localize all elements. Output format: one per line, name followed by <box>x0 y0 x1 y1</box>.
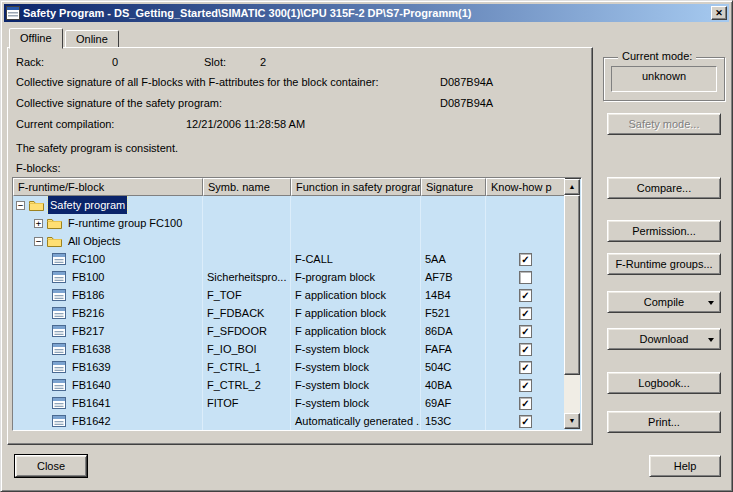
table-row[interactable]: FB100 Sicherheitspro... F-program block … <box>13 268 565 286</box>
row-label[interactable]: F-runtime group FC100 <box>66 214 184 232</box>
table-row[interactable]: FB1642 Automatically generated ... 153C … <box>13 412 565 430</box>
symb-name-cell: F_SFDOOR <box>203 322 291 340</box>
scroll-down-icon[interactable]: ▼ <box>564 413 580 429</box>
row-label[interactable]: FB1641 <box>70 394 113 412</box>
row-label[interactable]: FB186 <box>70 286 106 304</box>
know-how-protection-checkbox[interactable]: ✓ <box>519 289 532 302</box>
current-mode-label: Current mode: <box>618 50 696 62</box>
app-icon <box>6 6 20 20</box>
row-label[interactable]: FB100 <box>70 268 106 286</box>
expand-icon[interactable]: + <box>34 219 43 228</box>
compile-button[interactable]: Compile <box>607 291 721 313</box>
folder-icon <box>29 199 44 211</box>
signature-cell: 14B4 <box>421 286 486 304</box>
table-row[interactable]: FB186 F_TOF F application block 14B4 ✓ <box>13 286 565 304</box>
khp-cell <box>486 214 565 232</box>
current-mode-groupbox: Current mode: unknown <box>603 57 725 101</box>
table-row[interactable]: FB1641 FITOF F-system block 69AF ✓ <box>13 394 565 412</box>
symb-name-cell <box>203 214 291 232</box>
scroll-up-icon[interactable]: ▲ <box>564 179 580 195</box>
know-how-protection-checkbox[interactable]: ✓ <box>519 397 532 410</box>
column-header-fruntime-fblock[interactable]: F-runtime/F-block <box>13 178 203 196</box>
row-label[interactable]: All Objects <box>66 232 123 250</box>
table-vertical-scrollbar[interactable]: ▲ ▼ <box>564 179 580 429</box>
folder-icon <box>47 235 62 247</box>
function-cell: Automatically generated ... <box>291 412 421 430</box>
table-row[interactable]: FB1640 F_CTRL_2 F-system block 40BA ✓ <box>13 376 565 394</box>
table-row[interactable]: −Safety program <box>13 196 565 214</box>
know-how-protection-checkbox[interactable]: ✓ <box>519 325 532 338</box>
row-label[interactable]: FB216 <box>70 304 106 322</box>
tree-cell: FB186 <box>13 286 203 304</box>
tree-cell: FB1641 <box>13 394 203 412</box>
column-header-symb-name[interactable]: Symb. name <box>203 178 291 196</box>
row-label[interactable]: FB1642 <box>70 412 113 430</box>
know-how-protection-checkbox[interactable]: ✓ <box>519 361 532 374</box>
column-header-function[interactable]: Function in safety program <box>291 178 421 196</box>
tab-content-pane: Rack: 0 Slot: 2 Collective signature of … <box>7 47 593 445</box>
know-how-protection-checkbox[interactable]: ✓ <box>519 307 532 320</box>
tree-cell: FB1642 <box>13 412 203 430</box>
symb-name-cell <box>203 412 291 430</box>
close-icon[interactable]: ✕ <box>711 6 727 20</box>
row-label[interactable]: Safety program <box>48 196 127 214</box>
chevron-down-icon[interactable] <box>708 301 714 308</box>
table-row[interactable]: +F-runtime group FC100 <box>13 214 565 232</box>
tree-cell: FB216 <box>13 304 203 322</box>
logbook-button[interactable]: Logbook... <box>607 372 721 394</box>
row-label[interactable]: FB1638 <box>70 340 113 358</box>
chevron-down-icon[interactable] <box>708 338 714 345</box>
f-runtime-groups-button[interactable]: F-Runtime groups... <box>607 253 721 275</box>
table-row[interactable]: FB216 F_FDBACK F application block F521 … <box>13 304 565 322</box>
know-how-protection-checkbox[interactable]: ✓ <box>519 253 532 266</box>
function-cell: F application block <box>291 286 421 304</box>
compare-button[interactable]: Compare... <box>607 177 721 199</box>
block-icon <box>52 271 66 283</box>
collapse-icon[interactable]: − <box>16 201 25 210</box>
signature-cell: FAFA <box>421 340 486 358</box>
function-cell: F-program block <box>291 268 421 286</box>
block-icon <box>52 289 66 301</box>
row-label[interactable]: FC100 <box>70 250 107 268</box>
collapse-icon[interactable]: − <box>34 237 43 246</box>
close-button[interactable]: Close <box>15 455 87 477</box>
current-mode-value: unknown <box>611 66 717 92</box>
block-icon <box>52 253 66 265</box>
safety-program-dialog: Safety Program - DS_Getting_Started\SIMA… <box>0 0 733 492</box>
know-how-protection-checkbox[interactable]: ✓ <box>519 343 532 356</box>
row-label[interactable]: FB217 <box>70 322 106 340</box>
scrollbar-thumb[interactable] <box>564 195 580 375</box>
know-how-protection-checkbox[interactable]: ✓ <box>519 379 532 392</box>
slot-value: 2 <box>260 56 266 68</box>
know-how-protection-checkbox[interactable]: ✓ <box>519 415 532 428</box>
block-icon <box>52 415 66 427</box>
column-header-know-how-protection[interactable]: Know-how p <box>486 178 565 196</box>
download-button[interactable]: Download <box>607 328 721 350</box>
row-label[interactable]: FB1640 <box>70 376 113 394</box>
function-cell <box>291 232 421 250</box>
tab-online[interactable]: Online <box>65 30 119 48</box>
print-button[interactable]: Print... <box>607 411 721 433</box>
function-cell: F-system block <box>291 340 421 358</box>
table-row[interactable]: FC100 F-CALL 5AA ✓ <box>13 250 565 268</box>
fblock-table-body: −Safety program +F-runtime group FC100 −… <box>13 196 581 430</box>
row-label[interactable]: FB1639 <box>70 358 113 376</box>
tab-offline[interactable]: Offline <box>9 28 63 49</box>
table-row[interactable]: FB217 F_SFDOOR F application block 86DA … <box>13 322 565 340</box>
safety-mode-button[interactable]: Safety mode... <box>607 113 721 135</box>
help-button[interactable]: Help <box>649 455 721 477</box>
symb-name-cell <box>203 232 291 250</box>
rack-value: 0 <box>112 56 118 68</box>
table-row[interactable]: FB1638 F_IO_BOI F-system block FAFA ✓ <box>13 340 565 358</box>
signature-cell: 504C <box>421 358 486 376</box>
column-header-signature[interactable]: Signature <box>421 178 486 196</box>
title-bar[interactable]: Safety Program - DS_Getting_Started\SIMA… <box>4 4 729 22</box>
table-row[interactable]: −All Objects <box>13 232 565 250</box>
block-icon <box>52 361 66 373</box>
khp-cell <box>486 268 565 286</box>
table-row[interactable]: FB1639 F_CTRL_1 F-system block 504C ✓ <box>13 358 565 376</box>
symb-name-cell <box>203 250 291 268</box>
collective-signature-program-label: Collective signature of the safety progr… <box>16 97 222 109</box>
permission-button[interactable]: Permission... <box>607 220 721 242</box>
know-how-protection-checkbox[interactable] <box>519 271 532 284</box>
